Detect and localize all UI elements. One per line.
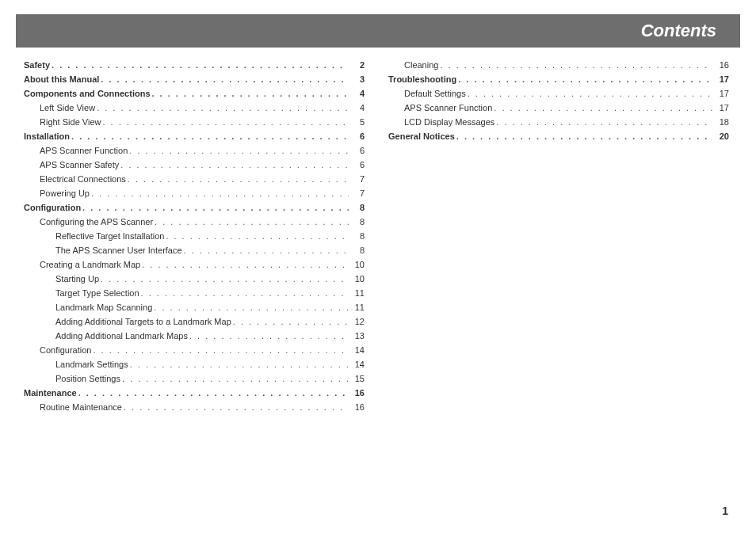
toc-dots: . . . . . . . . . . . . . . . . . . . . … <box>129 146 349 155</box>
toc-entry-page: 5 <box>350 117 365 127</box>
toc-entry[interactable]: Landmark Map Scanning. . . . . . . . . .… <box>24 303 365 312</box>
toc-dots: . . . . . . . . . . . . . . . . . . . . … <box>82 203 349 212</box>
toc-entry-page: 4 <box>350 89 365 98</box>
toc-entry-page: 13 <box>350 331 365 341</box>
toc-entry-label: LCD Display Messages <box>404 117 494 127</box>
page-number: 1 <box>722 504 728 517</box>
toc-entry[interactable]: APS Scanner Safety. . . . . . . . . . . … <box>24 160 365 169</box>
toc-dots: . . . . . . . . . . . . . . . . . . . . … <box>122 374 349 383</box>
toc-entry-label: Maintenance <box>24 388 77 398</box>
toc-dots: . . . . . . . . . . . . . . . . . . . . … <box>456 131 713 141</box>
toc-entry-page: 7 <box>350 188 365 198</box>
toc-entry-label: Electrical Connections <box>40 174 126 184</box>
toc-entry-page: 20 <box>715 131 729 141</box>
toc-entry-page: 2 <box>350 60 365 70</box>
toc-entry[interactable]: Reflective Target Installation. . . . . … <box>24 231 365 241</box>
toc-entry[interactable]: Components and Connections. . . . . . . … <box>24 89 365 98</box>
toc-entry-page: 10 <box>350 274 365 284</box>
toc-entry-label: Position Settings <box>55 374 120 383</box>
toc-entry[interactable]: Configuring the APS Scanner. . . . . . .… <box>24 217 365 227</box>
toc-entry-page: 14 <box>350 360 365 369</box>
toc-dots: . . . . . . . . . . . . . . . . . . . . … <box>458 74 713 84</box>
toc-entry[interactable]: Left Side View. . . . . . . . . . . . . … <box>24 103 365 112</box>
toc-dots: . . . . . . . . . . . . . . . . . . . . … <box>78 388 349 398</box>
toc-right-column: Cleaning. . . . . . . . . . . . . . . . … <box>388 55 729 417</box>
toc-entry[interactable]: Maintenance. . . . . . . . . . . . . . .… <box>24 388 365 398</box>
toc-entry-page: 6 <box>350 160 365 169</box>
toc-dots: . . . . . . . . . . . . . . . . . . . . … <box>166 231 349 241</box>
toc-entry-label: Safety <box>24 60 50 70</box>
toc-entry[interactable]: Target Type Selection. . . . . . . . . .… <box>24 288 365 298</box>
toc-entry-page: 17 <box>715 89 729 98</box>
toc-entry-label: Adding Additional Targets to a Landmark … <box>55 317 231 326</box>
toc-entry[interactable]: Cleaning. . . . . . . . . . . . . . . . … <box>388 60 729 70</box>
toc-dots: . . . . . . . . . . . . . . . . . . . . … <box>494 103 713 112</box>
toc-entry[interactable]: Safety. . . . . . . . . . . . . . . . . … <box>24 60 365 70</box>
toc-entry[interactable]: Landmark Settings. . . . . . . . . . . .… <box>24 360 365 369</box>
toc-entry-page: 7 <box>350 174 365 184</box>
toc-dots: . . . . . . . . . . . . . . . . . . . . … <box>52 60 349 70</box>
toc-entry-label: APS Scanner Function <box>404 103 492 112</box>
toc-dots: . . . . . . . . . . . . . . . . . . . . … <box>440 60 713 70</box>
toc-dots: . . . . . . . . . . . . . . . . . . . . … <box>101 274 349 284</box>
toc-entry-page: 17 <box>715 103 729 112</box>
toc-entry[interactable]: Powering Up. . . . . . . . . . . . . . .… <box>24 188 365 198</box>
toc-entry-page: 8 <box>350 231 365 241</box>
toc-entry-label: Starting Up <box>55 274 99 284</box>
toc-entry[interactable]: About this Manual. . . . . . . . . . . .… <box>24 74 365 84</box>
toc-entry-page: 11 <box>350 303 365 312</box>
toc-entry[interactable]: Installation. . . . . . . . . . . . . . … <box>24 131 365 141</box>
toc-entry[interactable]: Troubleshooting. . . . . . . . . . . . .… <box>388 74 729 84</box>
toc-dots: . . . . . . . . . . . . . . . . . . . . … <box>102 117 349 127</box>
toc-dots: . . . . . . . . . . . . . . . . . . . . … <box>120 160 349 169</box>
toc-dots: . . . . . . . . . . . . . . . . . . . . … <box>189 331 349 341</box>
toc-entry-page: 8 <box>350 246 365 255</box>
toc-entry-page: 12 <box>350 317 365 326</box>
toc-entry-label: Troubleshooting <box>388 74 456 84</box>
toc-entry-page: 3 <box>350 74 365 84</box>
toc-entry-label: Configuration <box>40 345 91 355</box>
toc-entry[interactable]: Default Settings. . . . . . . . . . . . … <box>388 89 729 98</box>
toc-entry[interactable]: Routine Maintenance. . . . . . . . . . .… <box>24 402 365 412</box>
toc-dots: . . . . . . . . . . . . . . . . . . . . … <box>130 360 349 369</box>
toc-dots: . . . . . . . . . . . . . . . . . . . . … <box>141 288 349 298</box>
toc-entry[interactable]: Right Side View. . . . . . . . . . . . .… <box>24 117 365 127</box>
toc-entry-label: Right Side View <box>40 117 101 127</box>
toc-entry-label: Left Side View <box>40 103 95 112</box>
toc-entry-page: 8 <box>350 203 365 212</box>
toc-entry-label: Landmark Map Scanning <box>55 303 152 312</box>
toc-dots: . . . . . . . . . . . . . . . . . . . . … <box>155 217 349 227</box>
toc-entry[interactable]: Starting Up. . . . . . . . . . . . . . .… <box>24 274 365 284</box>
toc-dots: . . . . . . . . . . . . . . . . . . . . … <box>97 103 349 112</box>
toc-entry-label: Configuring the APS Scanner <box>40 217 153 227</box>
toc-entry-page: 17 <box>715 74 729 84</box>
toc-dots: . . . . . . . . . . . . . . . . . . . . … <box>496 117 713 127</box>
toc-entry[interactable]: Adding Additional Targets to a Landmark … <box>24 317 365 326</box>
toc-entry-page: 11 <box>350 288 365 298</box>
toc-entry[interactable]: Adding Additional Landmark Maps. . . . .… <box>24 331 365 341</box>
toc-entry[interactable]: The APS Scanner User Interface. . . . . … <box>24 246 365 255</box>
toc-entry[interactable]: Electrical Connections. . . . . . . . . … <box>24 174 365 184</box>
toc-entry-page: 14 <box>350 345 365 355</box>
toc-entry[interactable]: LCD Display Messages. . . . . . . . . . … <box>388 117 729 127</box>
toc-entry-page: 10 <box>350 260 365 269</box>
toc-entry[interactable]: APS Scanner Function. . . . . . . . . . … <box>24 146 365 155</box>
toc-entry[interactable]: Configuration. . . . . . . . . . . . . .… <box>24 345 365 355</box>
toc-dots: . . . . . . . . . . . . . . . . . . . . … <box>142 260 349 269</box>
toc-entry-label: Creating a Landmark Map <box>40 260 140 269</box>
toc-entry-label: Landmark Settings <box>55 360 128 369</box>
toc-entry-label: About this Manual <box>24 74 99 84</box>
toc-entry-page: 16 <box>715 60 729 70</box>
toc-entry[interactable]: General Notices. . . . . . . . . . . . .… <box>388 131 729 141</box>
toc-entry[interactable]: Creating a Landmark Map. . . . . . . . .… <box>24 260 365 269</box>
toc-entry-label: Routine Maintenance <box>40 402 122 412</box>
contents-title: Contents <box>641 21 716 40</box>
toc-entry-label: APS Scanner Safety <box>40 160 119 169</box>
toc-entry[interactable]: Configuration. . . . . . . . . . . . . .… <box>24 203 365 212</box>
toc-entry-page: 16 <box>350 402 365 412</box>
toc-dots: . . . . . . . . . . . . . . . . . . . . … <box>128 174 349 184</box>
toc-entry[interactable]: APS Scanner Function. . . . . . . . . . … <box>388 103 729 112</box>
toc-entry[interactable]: Position Settings. . . . . . . . . . . .… <box>24 374 365 383</box>
toc-entry-label: General Notices <box>388 131 455 141</box>
toc-dots: . . . . . . . . . . . . . . . . . . . . … <box>233 317 349 326</box>
